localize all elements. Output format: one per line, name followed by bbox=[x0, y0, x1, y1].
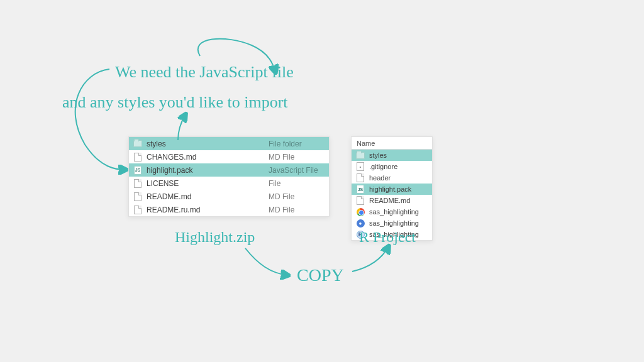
js-icon: JS bbox=[355, 184, 365, 194]
js-icon: JS bbox=[133, 165, 143, 175]
file-name: README.md bbox=[147, 192, 269, 201]
file-icon bbox=[133, 205, 143, 215]
file-type: MD File bbox=[269, 153, 325, 162]
file-row[interactable]: JShighlight.pack bbox=[352, 184, 432, 195]
chrome-icon bbox=[355, 207, 365, 217]
file-type: File folder bbox=[269, 140, 325, 148]
file-icon bbox=[133, 152, 143, 162]
file-name: highlight.pack bbox=[369, 185, 428, 193]
arrow-copy-to-rproject bbox=[352, 246, 389, 272]
file-row[interactable]: README.mdMD File bbox=[129, 190, 329, 203]
file-row[interactable]: •.gitignore bbox=[352, 161, 432, 172]
file-row[interactable]: README.md bbox=[352, 195, 432, 206]
file-name: sas_highlighting bbox=[369, 208, 428, 216]
label-r-project: R Project bbox=[359, 228, 416, 247]
file-icon bbox=[355, 173, 365, 183]
file-type: MD File bbox=[269, 206, 325, 214]
file-type: JavaScript File bbox=[269, 166, 325, 175]
file-list-left: stylesFile folderCHANGES.mdMD FileJShigh… bbox=[129, 137, 329, 216]
file-name: sas_highlighting bbox=[369, 219, 428, 227]
file-list-right: styles•.gitignoreheaderJShighlight.packR… bbox=[352, 150, 432, 240]
file-row[interactable]: JShighlight.packJavaScript File bbox=[129, 163, 329, 177]
annotation-text-line2: and any styles you'd like to import bbox=[62, 92, 288, 113]
arrow-zip-to-copy bbox=[245, 248, 288, 275]
file-row[interactable]: README.ru.mdMD File bbox=[129, 203, 329, 216]
file-name: highlight.pack bbox=[147, 166, 269, 175]
file-type: File bbox=[269, 179, 325, 188]
file-name: header bbox=[369, 174, 428, 182]
filepane-highlight-zip: stylesFile folderCHANGES.mdMD FileJShigh… bbox=[128, 136, 330, 217]
file-name: styles bbox=[147, 140, 269, 148]
column-header-name: Name bbox=[357, 140, 375, 147]
file-name: README.md bbox=[369, 197, 428, 204]
folder-icon bbox=[133, 139, 143, 149]
blue-icon: ● bbox=[355, 218, 365, 228]
label-copy: COPY bbox=[297, 264, 344, 287]
file-name: LICENSE bbox=[147, 179, 269, 188]
file-row[interactable]: sas_highlighting bbox=[352, 206, 432, 217]
file-row[interactable]: LICENSEFile bbox=[129, 177, 329, 190]
label-highlight-zip: Highlight.zip bbox=[175, 228, 255, 247]
file-icon bbox=[355, 195, 365, 206]
filepane-r-project: Name styles•.gitignoreheaderJShighlight.… bbox=[351, 136, 433, 241]
annotation-text-line1: We need the JavaScript file bbox=[115, 62, 294, 83]
file-row[interactable]: header bbox=[352, 172, 432, 184]
file-row[interactable]: styles bbox=[352, 150, 432, 161]
file-name: CHANGES.md bbox=[147, 153, 269, 162]
arrow-to-styles-row bbox=[75, 69, 126, 170]
file-row[interactable]: CHANGES.mdMD File bbox=[129, 150, 329, 163]
file-icon bbox=[133, 192, 143, 202]
dot-icon: • bbox=[355, 162, 365, 172]
column-header-right: Name bbox=[352, 137, 432, 150]
file-icon bbox=[133, 178, 143, 189]
file-type: MD File bbox=[269, 192, 325, 201]
file-name: README.ru.md bbox=[147, 206, 269, 214]
file-row[interactable]: stylesFile folder bbox=[129, 137, 329, 150]
file-name: styles bbox=[369, 151, 428, 159]
folder-icon bbox=[355, 150, 365, 160]
file-name: .gitignore bbox=[369, 163, 428, 170]
